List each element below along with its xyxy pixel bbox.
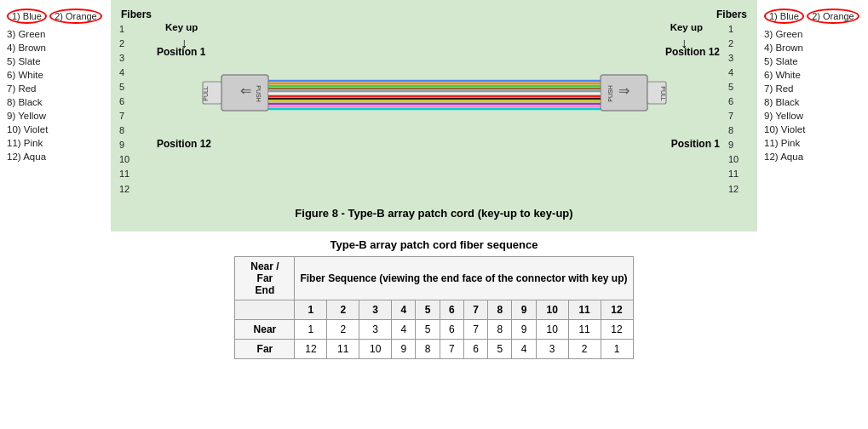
right-fiber-badge-2: 2) Orange [807, 9, 859, 24]
right-num-8: 8 [728, 123, 749, 138]
svg-text:⇒: ⇒ [618, 83, 629, 98]
right-num-10: 10 [728, 152, 749, 167]
table-subheader-empty [235, 300, 295, 319]
right-fiber-item-10: 10) Violet [764, 124, 861, 134]
left-num-7: 7 [119, 109, 140, 123]
right-fiber-item-3: 3) Green [764, 29, 861, 39]
diagram-inner: Fibers Fibers 123456789101112 Key up Key… [119, 9, 749, 220]
left-fiber-item-11: 11) Pink [7, 138, 104, 148]
table-col-7: 7 [463, 300, 487, 319]
left-fiber-list: 1) Blue 2) Orange 3) Green4) Brown5) Sla… [0, 0, 111, 429]
right-num-2: 2 [728, 37, 749, 51]
right-num-3: 3 [728, 51, 749, 66]
table-col-1: 1 [295, 300, 327, 319]
right-num-4: 4 [728, 66, 749, 80]
table-cell-1-1: 11 [327, 339, 359, 358]
table-col-4: 4 [392, 300, 416, 319]
left-fiber-item-12: 12) Aqua [7, 152, 104, 162]
table-section: Type-B array patch cord fiber sequence N… [111, 232, 757, 366]
table-col-3: 3 [359, 300, 392, 319]
table-col-6: 6 [440, 300, 463, 319]
right-num-9: 9 [728, 138, 749, 152]
left-fiber-item-5: 5) Slate [7, 56, 104, 66]
left-fiber-item-4: 4) Brown [7, 43, 104, 53]
left-num-12: 12 [119, 182, 140, 197]
left-num-11: 11 [119, 167, 140, 181]
position1-label-left: Position 1 [157, 46, 205, 58]
right-fiber-item-11: 11) Pink [764, 138, 861, 148]
right-fiber-item-5: 5) Slate [764, 56, 861, 66]
sequence-table: Near /FarEndFiber Sequence (viewing the … [234, 256, 633, 359]
keyup-label-right: Key up [670, 22, 703, 32]
table-cell-1-9: 3 [536, 339, 568, 358]
keyup-label-left: Key up [165, 22, 198, 32]
table-cell-1-7: 5 [488, 339, 512, 358]
table-row-far: Far121110987654321 [235, 339, 633, 358]
right-num-1: 1 [728, 22, 749, 37]
right-fiber-items: 3) Green4) Brown5) Slate6) White7) Red8)… [764, 29, 861, 162]
table-title: Type-B array patch cord fiber sequence [119, 238, 749, 251]
figure-caption: Figure 8 - Type-B array patch cord (key-… [119, 203, 749, 220]
table-row-label-0: Near [235, 319, 295, 339]
table-col-9: 9 [512, 300, 536, 319]
table-cell-0-0: 1 [295, 319, 327, 339]
left-fiber-items: 3) Green4) Brown5) Slate6) White7) Red8)… [7, 29, 104, 162]
right-fiber-item-6: 6) White [764, 70, 861, 80]
center-content: Fibers Fibers 123456789101112 Key up Key… [111, 0, 757, 429]
left-fiber-badge-1: 1) Blue [7, 9, 47, 24]
table-header-nearfar: Near /FarEnd [235, 256, 295, 300]
position1-label-right: Position 1 [671, 138, 720, 150]
table-cell-1-10: 2 [568, 339, 601, 358]
diagram-row: 123456789101112 Key up Key up ↓ ↓ Positi… [119, 22, 749, 197]
left-num-1: 1 [119, 22, 140, 37]
left-num-2: 2 [119, 37, 140, 51]
table-cell-1-6: 6 [463, 339, 487, 358]
svg-text:PUSH: PUSH [256, 85, 262, 101]
left-fiber-item-6: 6) White [7, 70, 104, 80]
table-col-12: 12 [601, 300, 633, 319]
table-cell-1-11: 1 [601, 339, 633, 358]
right-fiber-item-9: 9) Yellow [764, 111, 861, 121]
table-cell-0-10: 11 [568, 319, 601, 339]
table-col-11: 11 [568, 300, 601, 319]
position12-label-right: Position 12 [665, 46, 720, 58]
table-col-5: 5 [416, 300, 440, 319]
right-num-11: 11 [728, 167, 749, 181]
left-num-9: 9 [119, 138, 140, 152]
table-cell-0-9: 10 [536, 319, 568, 339]
left-fiber-item-10: 10) Violet [7, 124, 104, 134]
svg-text:PULL: PULL [660, 86, 666, 101]
table-cell-1-5: 7 [440, 339, 463, 358]
table-col-2: 2 [327, 300, 359, 319]
table-cell-1-0: 12 [295, 339, 327, 358]
cable-svg-wrapper: PULL ⇐ PUSH PULL [140, 58, 728, 126]
table-cell-0-3: 4 [392, 319, 416, 339]
cable-diagram: PULL ⇐ PUSH PULL [196, 58, 673, 126]
right-num-12: 12 [728, 182, 749, 197]
right-fiber-item-4: 4) Brown [764, 43, 861, 53]
table-cell-1-2: 10 [359, 339, 392, 358]
connector-area: Key up Key up ↓ ↓ Position 1 Position 12 [140, 22, 728, 158]
table-cell-0-5: 6 [440, 319, 463, 339]
table-cell-1-4: 8 [416, 339, 440, 358]
right-fiber-item-12: 12) Aqua [764, 152, 861, 162]
table-header-sequence: Fiber Sequence (viewing the end face of … [295, 256, 633, 300]
table-row-near: Near123456789101112 [235, 319, 633, 339]
table-cell-0-1: 2 [327, 319, 359, 339]
table-cell-1-8: 4 [512, 339, 536, 358]
fibers-label-left: Fibers [121, 9, 152, 20]
fibers-label-row: Fibers Fibers [119, 9, 749, 20]
table-cell-0-8: 9 [512, 319, 536, 339]
table-cell-0-11: 12 [601, 319, 633, 339]
left-num-5: 5 [119, 80, 140, 94]
table-cell-0-4: 5 [416, 319, 440, 339]
left-num-6: 6 [119, 94, 140, 109]
table-cell-0-2: 3 [359, 319, 392, 339]
left-num-3: 3 [119, 51, 140, 66]
left-num-10: 10 [119, 152, 140, 167]
right-fiber-item-7: 7) Red [764, 83, 861, 94]
left-fiber-item-9: 9) Yellow [7, 111, 104, 121]
left-fiber-item-8: 8) Black [7, 97, 104, 107]
right-fiber-numbers: 123456789101112 [728, 22, 749, 197]
right-fiber-list: 1) Blue 2) Orange 3) Green4) Brown5) Sla… [757, 0, 868, 429]
